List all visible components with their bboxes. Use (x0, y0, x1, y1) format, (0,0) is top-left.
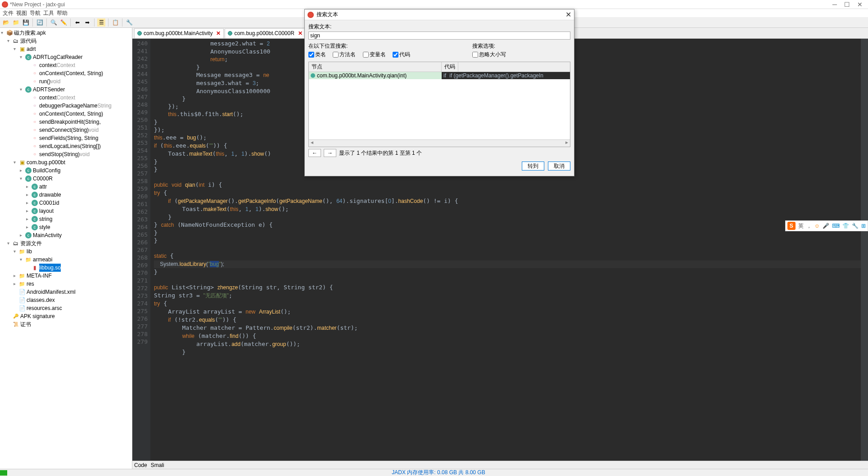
tree-res[interactable]: res (27, 280, 34, 288)
tree-item[interactable]: drawable (39, 191, 61, 199)
ime-punct-icon[interactable]: ， (806, 222, 812, 230)
tree-apksig[interactable]: APK signature (20, 312, 55, 320)
tab-c0000r[interactable]: com.bug.p000bt.C0000R✕ (225, 28, 305, 38)
ime-tool-icon[interactable]: 🔧 (852, 223, 859, 229)
tree-item[interactable]: context (39, 94, 57, 102)
tree-adrt[interactable]: adrt (27, 45, 36, 53)
close-icon[interactable]: ✕ (298, 30, 303, 36)
tree-item[interactable]: layout (39, 207, 54, 215)
search-input[interactable] (308, 31, 570, 40)
tree-manifest[interactable]: AndroidManifest.xml (27, 288, 76, 296)
vertical-scrollbar[interactable] (861, 39, 868, 461)
tree-resources[interactable]: 资源文件 (20, 239, 42, 247)
ime-toolbar[interactable]: S 英 ， ☺ 🎤 ⌨ 👕 🔧 ⊞ (785, 220, 868, 231)
tree-root[interactable]: 磁力搜索.apk (14, 29, 46, 37)
menu-help[interactable]: 帮助 (57, 9, 68, 17)
result-row[interactable]: com.bug.p000bt.MainActivity.qian(int) if… (309, 72, 570, 79)
title-bar: *New Project - jadx-gui ─ ☐ ✕ (0, 0, 868, 9)
tree-item[interactable]: context (39, 61, 57, 69)
tree-classesdex[interactable]: classes.dex (27, 296, 55, 304)
tree-item[interactable]: onContext(Context, String) (39, 69, 103, 77)
tree-item[interactable]: C0001id (39, 199, 59, 207)
tree-libbug[interactable]: libbug.so (39, 264, 61, 272)
class-icon (311, 73, 315, 78)
tree-item[interactable]: run() (39, 77, 50, 85)
menu-file[interactable]: 文件 (3, 9, 14, 17)
tab-code[interactable]: Code (134, 462, 147, 468)
menu-nav[interactable]: 导航 (30, 9, 41, 17)
open-file-icon[interactable]: 📂 (2, 18, 10, 27)
tree-item[interactable]: sendConnect(String) (39, 126, 89, 134)
settings-icon[interactable]: 🔧 (125, 18, 133, 27)
minimize-button[interactable]: ─ (832, 1, 837, 8)
options-label: 搜索选项: (472, 42, 570, 50)
tree-item[interactable]: debuggerPackageName (39, 102, 97, 110)
ime-menu-icon[interactable]: ⊞ (861, 223, 866, 229)
deobf-icon[interactable]: ☰ (97, 18, 105, 27)
back-icon[interactable]: ⬅ (73, 18, 81, 27)
ime-lang[interactable]: 英 (798, 222, 804, 230)
menu-tools[interactable]: 工具 (43, 9, 54, 17)
tree-item[interactable]: C0000R (33, 175, 53, 183)
save-icon[interactable]: 💾 (22, 18, 30, 27)
tree-resourcesarsc[interactable]: resources.arsc (27, 304, 62, 312)
tab-mainactivity[interactable]: com.bug.p000bt.MainActivity✕ (134, 28, 224, 38)
tree-item[interactable]: ADRTLogCatReader (33, 53, 83, 61)
where-label: 在以下位置搜索: (308, 42, 472, 50)
cancel-button[interactable]: 取消 (548, 162, 570, 171)
horizontal-scrollbar[interactable] (309, 139, 570, 147)
cb-case[interactable] (472, 52, 478, 58)
project-tree[interactable]: ▾📦磁力搜索.apk ▾🗂源代码 ▾▣adrt ▾cADRTLogCatRead… (0, 28, 132, 469)
wand-icon[interactable]: ✏️ (59, 18, 68, 27)
window-controls: ─ ☐ ✕ (832, 1, 863, 8)
ime-emoji-icon[interactable]: ☺ (814, 223, 820, 229)
tree-metainf[interactable]: META-INF (27, 272, 52, 280)
cb-method[interactable] (333, 52, 339, 58)
ime-keyboard-icon[interactable]: ⌨ (832, 223, 840, 229)
close-icon[interactable]: ✕ (565, 10, 571, 19)
tree-item[interactable]: sendStop(String) (39, 150, 80, 158)
class-icon (137, 31, 142, 36)
col-node[interactable]: 节点 (309, 62, 442, 72)
maximize-button[interactable]: ☐ (844, 1, 850, 8)
tree-item[interactable]: ADRTSender (33, 85, 65, 94)
forward-icon[interactable]: ➡ (83, 18, 91, 27)
tree-item[interactable]: sendFields(String, String (39, 134, 98, 142)
app-icon (307, 12, 314, 18)
log-icon[interactable]: 📋 (111, 18, 119, 27)
cb-code[interactable] (393, 52, 398, 58)
dialog-titlebar: 搜索文本 ✕ (305, 9, 574, 20)
search-icon[interactable]: 🔍 (50, 18, 58, 27)
tree-lib[interactable]: lib (27, 247, 32, 256)
tree-item[interactable]: BuildConfig (33, 166, 60, 175)
sync-icon[interactable]: 🔄 (36, 18, 44, 27)
col-code[interactable]: 代码 (442, 62, 458, 72)
tree-armeabi[interactable]: armeabi (33, 256, 52, 264)
tree-item[interactable]: sendLogcatLines(String[]) (39, 142, 101, 150)
close-icon[interactable]: ✕ (216, 30, 221, 36)
sogou-icon[interactable]: S (787, 222, 796, 230)
tree-item[interactable]: sendBreakpointHit(String, (39, 118, 101, 126)
tree-item[interactable]: string (39, 215, 52, 223)
next-button[interactable]: → (324, 149, 336, 157)
cb-var[interactable] (363, 52, 369, 58)
tab-smali[interactable]: Smali (151, 462, 164, 468)
tree-item[interactable]: onContext(Context, String) (39, 110, 103, 118)
status-bar: JADX 内存使用率: 0.08 GB 共 8.00 GB (0, 469, 868, 476)
cb-class[interactable] (308, 52, 314, 58)
ime-skin-icon[interactable]: 👕 (842, 223, 849, 229)
ime-mic-icon[interactable]: 🎤 (823, 223, 829, 229)
dialog-title: 搜索文本 (316, 11, 338, 18)
open-folder-icon[interactable]: 📁 (12, 18, 20, 27)
tree-cert[interactable]: 证书 (20, 320, 31, 328)
tree-bugpkg[interactable]: com.bug.p000bt (27, 158, 65, 166)
tree-item[interactable]: MainActivity (33, 231, 62, 239)
menu-view[interactable]: 视图 (16, 9, 27, 17)
bottom-tabs: Code Smali (132, 461, 868, 469)
go-button[interactable]: 转到 (522, 162, 544, 171)
tree-source[interactable]: 源代码 (20, 37, 36, 45)
tree-item[interactable]: style (39, 223, 50, 231)
close-button[interactable]: ✕ (857, 1, 863, 8)
tree-item[interactable]: attr (39, 183, 47, 191)
prev-button[interactable]: ← (308, 149, 321, 157)
